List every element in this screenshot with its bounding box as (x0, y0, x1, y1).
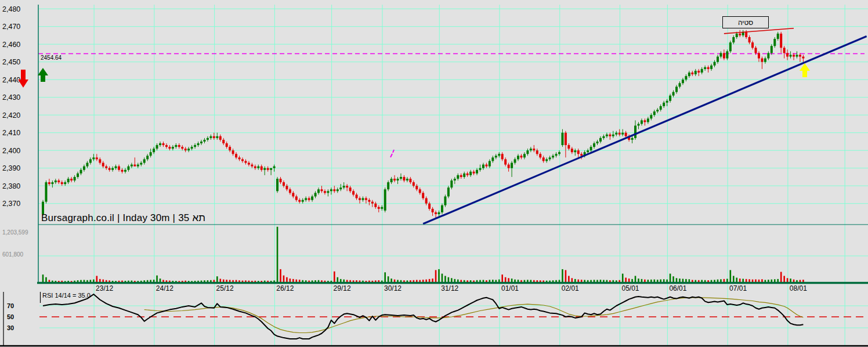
candle-body (501, 154, 504, 159)
candle-body (558, 152, 560, 154)
candle-body (153, 149, 155, 152)
candle-body (732, 37, 735, 42)
volume-bar (730, 270, 732, 283)
price-axis-label: 2,410 (2, 129, 20, 137)
volume-bar (444, 276, 446, 283)
candle-body (625, 133, 627, 136)
candle-body (491, 157, 494, 161)
candle-body (175, 145, 177, 147)
candle-body (127, 167, 129, 170)
candle-body (415, 186, 418, 189)
candle-body (571, 149, 573, 152)
candle-body (413, 182, 415, 186)
candle-body (67, 179, 70, 182)
candle-body (409, 179, 411, 182)
candle-body (739, 34, 741, 35)
candle-body (498, 154, 500, 156)
candle-body (726, 51, 728, 58)
candle-body (672, 92, 675, 96)
candle-body (619, 133, 621, 135)
candle-body (729, 42, 732, 51)
candle-body (226, 143, 228, 147)
candle-body (285, 186, 288, 189)
candle-body (580, 154, 583, 156)
deviation-annotation-box[interactable]: סטיה (722, 16, 769, 28)
candle-body (146, 156, 149, 159)
price-axis-label: 2,380 (2, 182, 20, 190)
candle-body (61, 182, 63, 184)
candle-body (473, 172, 475, 173)
candle-body (308, 198, 310, 200)
candle-body (508, 165, 510, 168)
candle-body (634, 126, 636, 138)
candle-body (137, 165, 139, 167)
candle-body (602, 136, 605, 138)
candle-body (381, 207, 383, 209)
date-label: 30/12 (384, 284, 402, 292)
candle-body (178, 145, 180, 147)
volume-bar (736, 278, 737, 283)
candle-body (216, 136, 218, 138)
candle-body (403, 177, 405, 180)
candle-body (115, 167, 117, 168)
candle-body (666, 101, 668, 103)
price-axis-label: 2,450 (2, 58, 20, 66)
candle-body (758, 53, 760, 58)
rsi-level-label: 50 (7, 313, 14, 320)
candle-body (704, 67, 706, 69)
volume-bar (565, 270, 567, 283)
candle-body (691, 73, 693, 74)
candle-body (656, 110, 659, 111)
yellow-up-arrow (800, 63, 810, 77)
candle-body (273, 167, 276, 168)
candle-body (96, 157, 98, 159)
candle-body (767, 53, 769, 58)
candle-body (795, 55, 798, 57)
candle-body (438, 212, 440, 214)
candle-body (327, 191, 329, 193)
chart-canvas[interactable]: 2,4802,4702,4602,4502,4402,4302,4202,410… (0, 0, 868, 347)
candle-body (140, 163, 142, 165)
candle-body (99, 159, 101, 162)
volume-bar (388, 276, 389, 283)
candle-body (74, 177, 76, 180)
candle-body (349, 187, 352, 191)
price-axis-label: 2,480 (2, 5, 20, 13)
volume-bar (442, 274, 443, 283)
candle-body (533, 149, 535, 150)
date-label: 25/12 (216, 284, 234, 292)
candle-body (593, 143, 595, 147)
volume-bar (384, 272, 386, 283)
price-axis-label: 2,370 (2, 200, 20, 208)
price-axis-label: 2,390 (2, 164, 20, 172)
support-trendline (423, 36, 866, 223)
candle-body (495, 156, 497, 157)
candle-body (86, 163, 88, 167)
candle-body (57, 180, 60, 182)
candle-body (790, 55, 792, 57)
candle-body (235, 154, 237, 157)
candle-body (330, 189, 332, 191)
candle-body (270, 168, 272, 170)
deviation-annotation-text: סטיה (738, 19, 753, 27)
candle-body (653, 111, 656, 115)
volume-bar (286, 277, 288, 283)
candle-body (371, 202, 374, 204)
candle-body (232, 150, 234, 154)
volume-bar (283, 276, 285, 283)
candle-body (133, 165, 136, 167)
candle-body (343, 186, 345, 187)
volume-bar (277, 227, 279, 283)
candle-body (457, 175, 459, 179)
price-axis-label: 2,420 (2, 111, 20, 120)
candle-body (143, 159, 146, 162)
candle-body (105, 167, 107, 168)
candle-body (793, 55, 795, 57)
candle-body (191, 147, 193, 149)
candle-body (238, 157, 241, 159)
date-label: 29/12 (334, 284, 351, 292)
volume-bar (42, 274, 44, 283)
volume-bar (337, 277, 338, 283)
resistance-trendline (724, 28, 794, 34)
candle-body (425, 198, 428, 204)
